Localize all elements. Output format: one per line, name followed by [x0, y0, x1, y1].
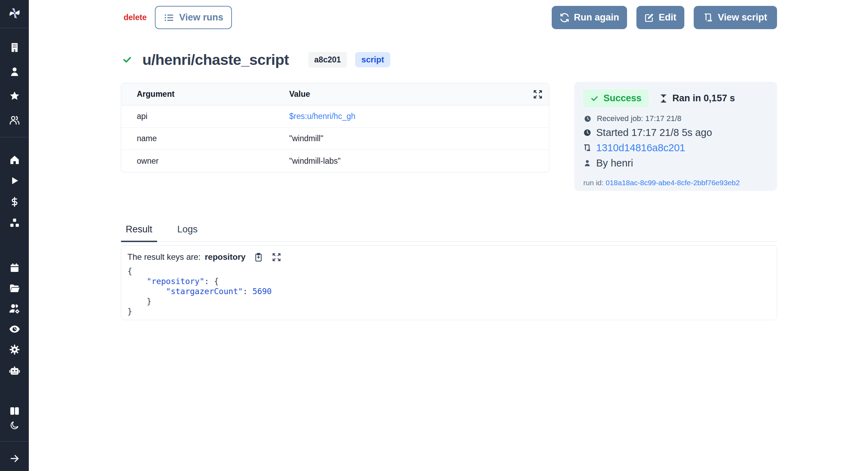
view-runs-label: View runs: [179, 12, 223, 23]
view-runs-button[interactable]: View runs: [155, 6, 232, 29]
code-line: {: [127, 266, 777, 276]
page-title: u/henri/chaste_script: [142, 51, 289, 68]
status-label: Success: [603, 93, 642, 104]
check-icon: [590, 94, 599, 103]
run-again-label: Run again: [574, 12, 619, 23]
scroll-icon: [703, 13, 713, 23]
argument-column-header: Argument: [121, 89, 289, 99]
code-line: }: [127, 297, 777, 307]
edit-pencil-icon: [644, 13, 654, 23]
copy-result-button[interactable]: [253, 252, 264, 262]
hash-badge: a8c201: [308, 52, 347, 68]
script-hash-row: 1310d14816a8c201: [583, 142, 768, 154]
value-cell: "windmill-labs": [289, 156, 549, 166]
run-id-label: run id:: [583, 179, 603, 187]
top-right-actions: Run again Edit View script: [552, 6, 777, 29]
sidebar-item-workers[interactable]: [0, 364, 29, 378]
started-row: Started 17:17 21/8 5s ago: [583, 127, 768, 138]
users-gear-icon: [9, 303, 20, 315]
run-id-link[interactable]: 018a18ac-8c99-abe4-8cfe-2bbf76e93eb2: [606, 179, 740, 187]
sidebar-item-resources[interactable]: [0, 216, 29, 230]
robot-icon: [9, 365, 20, 377]
folder-open-icon: [9, 283, 20, 294]
expand-table-button[interactable]: [532, 89, 543, 100]
args-table-body: api$res:u/henri/hc_ghname"windmill"owner…: [121, 105, 549, 172]
title-row: u/henri/chaste_script a8c201 script: [122, 51, 390, 69]
play-icon: [10, 176, 19, 186]
cubes-icon: [9, 217, 20, 229]
sidebar-divider: [0, 441, 29, 442]
person-icon: [583, 159, 591, 167]
run-again-button[interactable]: Run again: [552, 6, 627, 29]
list-icon: [164, 12, 174, 23]
sidebar-item-workspace[interactable]: [0, 41, 29, 54]
argument-cell: name: [121, 134, 289, 143]
sidebar: [0, 0, 29, 471]
eye-icon: [9, 323, 20, 335]
run-id-row: run id: 018a18ac-8c99-abe4-8cfe-2bbf76e9…: [583, 179, 768, 187]
view-script-label: View script: [718, 12, 767, 23]
sidebar-item-schedules[interactable]: [0, 261, 29, 275]
refresh-icon: [560, 13, 569, 23]
success-check-icon: [122, 55, 132, 65]
sidebar-item-workers-groups[interactable]: [0, 302, 29, 316]
sidebar-expand-button[interactable]: [0, 452, 29, 465]
run-info-panel: Success Ran in 0,157 s Received job: 17:…: [574, 82, 777, 191]
job-run-page: delete View runs Run again Edit: [0, 0, 868, 471]
expand-result-button[interactable]: [271, 252, 282, 262]
table-row: name"windmill": [121, 128, 549, 150]
edit-button[interactable]: Edit: [636, 6, 684, 29]
result-header: The result keys are: repository: [127, 252, 777, 262]
table-row: api$res:u/henri/hc_gh: [121, 105, 549, 128]
view-script-button[interactable]: View script: [694, 6, 777, 29]
windmill-logo-icon[interactable]: [0, 4, 29, 22]
sidebar-divider: [0, 28, 29, 28]
resource-link[interactable]: $res:u/henri/hc_gh: [289, 112, 549, 121]
sidebar-item-groups[interactable]: [0, 113, 29, 127]
code-line: "stargazerCount": 5690: [127, 286, 777, 297]
arguments-table-header: Argument Value: [121, 83, 549, 105]
sidebar-item-folders[interactable]: [0, 281, 29, 295]
result-tabs: Result Logs: [121, 224, 777, 242]
sidebar-item-settings[interactable]: [0, 343, 29, 357]
tab-result[interactable]: Result: [121, 224, 157, 241]
duration-label: Ran in 0,157 s: [673, 93, 735, 104]
value-cell: "windmill": [289, 134, 549, 143]
moon-icon: [10, 420, 19, 430]
sidebar-item-favorites[interactable]: [0, 89, 29, 103]
started-label: Started 17:17 21/8 5s ago: [596, 127, 712, 138]
received-label: Received job: 17:17 21/8: [597, 114, 681, 123]
result-keys-prefix: The result keys are:: [127, 252, 201, 262]
top-left-actions: delete View runs: [124, 6, 232, 29]
duration: Ran in 0,157 s: [659, 93, 735, 104]
scroll-icon: [583, 144, 591, 152]
status-badge: Success: [583, 89, 649, 107]
argument-cell: api: [121, 112, 289, 121]
script-hash-link[interactable]: 1310d14816a8c201: [596, 142, 685, 154]
tab-logs[interactable]: Logs: [173, 224, 203, 241]
by-row: By henri: [583, 157, 768, 169]
sidebar-item-audit-logs[interactable]: [0, 322, 29, 336]
building-icon: [9, 42, 20, 53]
script-type-badge: script: [355, 52, 390, 67]
sidebar-item-docs[interactable]: [0, 404, 29, 418]
clipboard-copy-icon: [254, 252, 263, 262]
result-keys: repository: [205, 252, 245, 262]
home-icon: [9, 154, 20, 165]
hourglass-icon: [659, 94, 668, 103]
edit-label: Edit: [659, 12, 676, 23]
users-icon: [9, 114, 20, 126]
calendar-icon: [9, 263, 20, 273]
result-json: { "repository": { "stargazerCount": 5690…: [127, 266, 777, 317]
sidebar-item-home[interactable]: [0, 153, 29, 167]
arrow-right-icon: [9, 453, 20, 464]
result-box: The result keys are: repository { "repos…: [121, 245, 777, 320]
sidebar-item-user[interactable]: [0, 65, 29, 79]
sidebar-item-runs[interactable]: [0, 174, 29, 188]
sidebar-item-dark-mode[interactable]: [0, 418, 29, 432]
sidebar-item-variables[interactable]: [0, 195, 29, 209]
delete-button[interactable]: delete: [124, 13, 147, 22]
argument-cell: owner: [121, 156, 289, 166]
status-row: Success Ran in 0,157 s: [583, 89, 768, 107]
book-icon: [9, 405, 20, 417]
